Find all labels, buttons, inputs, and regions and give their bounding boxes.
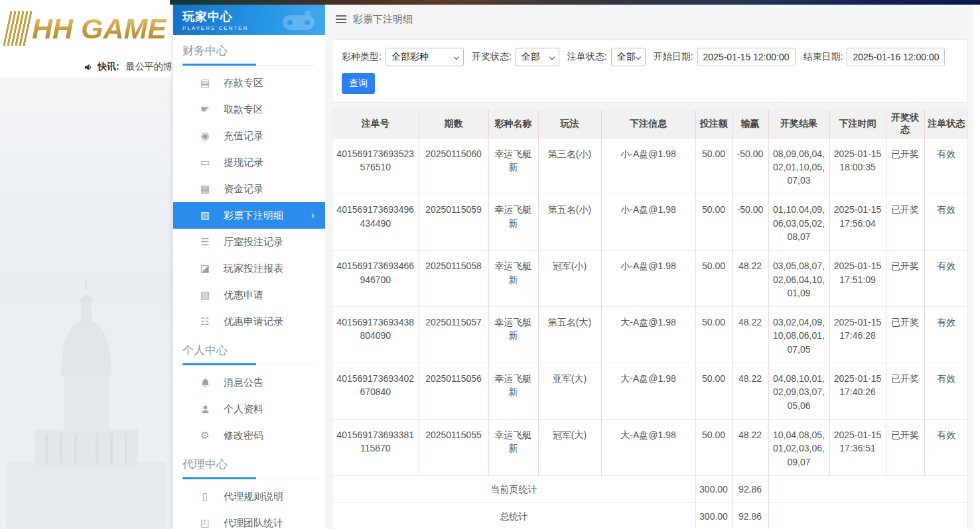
table-cell: 04,08,10,01,02,09,03,07,05,06 — [768, 363, 829, 420]
table-cell: 冠军(大) — [538, 419, 601, 475]
summary-row: 总统计300.0092.86 — [332, 503, 968, 529]
menu-toggle-icon[interactable] — [336, 15, 346, 23]
sidebar-item-funds[interactable]: ▦资金记录 — [173, 176, 325, 202]
table-cell: 已开奖 — [886, 419, 924, 475]
table-row: 40156917369346694670020250115058幸运飞艇新冠军(… — [332, 251, 968, 307]
draw-status-select[interactable]: 全部 — [516, 48, 559, 66]
table-cell: 401569173693402670840 — [332, 363, 419, 420]
table-cell: 第三名(小) — [538, 138, 601, 194]
sidebar-item-promolist[interactable]: ☷优惠申请记录 — [173, 308, 325, 335]
end-date-input[interactable] — [847, 48, 945, 66]
players-center-header: 玩家中心 PLAYERS CENTER — [173, 5, 325, 35]
lottery-type-select[interactable]: 全部彩种 — [385, 48, 464, 66]
table-cell: 20250115058 — [419, 251, 488, 307]
order-status-select[interactable]: 全部 — [611, 48, 646, 66]
table-cell: 幸运飞艇新 — [488, 419, 538, 475]
table-cell: 幸运飞艇新 — [488, 363, 538, 420]
table-cell: 03,05,08,07,02,06,04,10,01,09 — [768, 251, 829, 307]
sidebar-item-label: 存款专区 — [224, 77, 263, 89]
table-cell: 有效 — [924, 138, 968, 194]
recharge-icon: ◉ — [198, 130, 212, 142]
sidebar-item-withdrawal[interactable]: ▭提现记录 — [173, 149, 325, 176]
sidebar-item-lottery[interactable]: ▥彩票下注明细› — [173, 202, 325, 229]
table-row: 40156917369340267084020250115056幸运飞艇新亚军(… — [332, 363, 968, 420]
table-cell: 第五名(大) — [538, 307, 601, 363]
logo-text: HH GAME — [32, 13, 167, 45]
table-cell: 已开奖 — [886, 307, 924, 363]
table-cell: 有效 — [924, 419, 968, 475]
chevron-down-icon — [635, 54, 640, 60]
password-icon: ⚙ — [198, 430, 212, 441]
sidebar-item-label: 充值记录 — [224, 130, 263, 143]
notice-icon — [198, 378, 212, 388]
profile-icon — [198, 404, 212, 414]
sidebar-item-withdraw[interactable]: ☛取款专区 — [173, 96, 325, 123]
sidebar-item-deposit[interactable]: ▤存款专区 — [173, 70, 325, 96]
table-cell: 已开奖 — [886, 194, 924, 251]
sidebar-item-profile[interactable]: 个人资料 — [173, 396, 325, 422]
table-cell: 幸运飞艇新 — [488, 138, 538, 194]
order-status-label: 注单状态: — [567, 51, 607, 63]
table-cell: 20250115056 — [419, 363, 488, 420]
sidebar-item-label: 取款专区 — [224, 103, 263, 116]
section-underline — [182, 64, 316, 66]
table-cell: 48.22 — [732, 419, 768, 475]
bet-table-card: 注单号期数彩种名称玩法下注信息投注额输赢开奖结果下注时间开奖状态注单状态 401… — [332, 109, 968, 529]
report-icon: ◪ — [198, 263, 212, 274]
promo-icon: ▧ — [198, 289, 212, 301]
sidebar-section-title: 代理中心 — [173, 449, 325, 475]
sidebar-section-title: 财务中心 — [173, 35, 325, 61]
column-header: 玩法 — [538, 110, 601, 138]
section-underline — [182, 477, 316, 479]
table-cell: 幸运飞艇新 — [488, 194, 538, 251]
sidebar-item-password[interactable]: ⚙修改密码 — [173, 422, 325, 449]
filter-panel: 彩种类型: 全部彩种 开奖状态: 全部 注单状态: 全部 开始日期: 结束日期: — [332, 39, 968, 103]
table-cell: 01,10,04,09,06,03,05,02,08,07 — [768, 194, 829, 251]
lottery-type-label: 彩种类型: — [342, 51, 382, 63]
sidebar-item-agent-rules[interactable]: ▯代理规则说明 — [173, 483, 325, 510]
sidebar-item-report[interactable]: ◪玩家投注报表 — [173, 255, 325, 282]
ticker-text: 最公平的博 — [126, 61, 173, 73]
scrollbar-track[interactable] — [973, 5, 980, 529]
sidebar-item-label: 提现记录 — [224, 156, 263, 169]
table-row: 40156917369338111587020250115055幸运飞艇新冠军(… — [332, 419, 968, 475]
table-row: 40156917369349643449020250115059幸运飞艇新第五名… — [332, 194, 968, 251]
sidebar-item-notice[interactable]: 消息公告 — [173, 369, 325, 396]
table-cell: 401569173693381115870 — [332, 419, 419, 475]
table-cell: 03,02,04,09,10,08,06,01,07,05 — [768, 307, 829, 363]
brand-pane: HH GAME 快讯: 最公平的博 — [0, 0, 173, 529]
table-cell: 亚军(大) — [538, 363, 601, 420]
sidebar-item-label: 玩家投注报表 — [224, 263, 283, 275]
table-cell: 第五名(小) — [538, 194, 601, 251]
column-header: 下注时间 — [829, 110, 886, 138]
summary-bet-total: 300.00 — [695, 475, 732, 502]
table-row: 40156917369352357651020250115060幸运飞艇新第三名… — [332, 138, 968, 194]
table-cell: 有效 — [924, 307, 968, 363]
start-date-input[interactable] — [697, 48, 796, 66]
table-cell: 已开奖 — [886, 251, 924, 307]
table-cell: 08,09,06,04,02,01,10,05,07,03 — [768, 138, 829, 194]
sidebar-item-label: 厅室投注记录 — [224, 236, 283, 249]
sidebar-item-label: 资金记录 — [224, 183, 263, 196]
table-cell: 401569173693523576510 — [332, 138, 419, 194]
table-cell: 已开奖 — [886, 138, 924, 194]
ticker-label: 快讯: — [98, 61, 119, 73]
sidebar-item-promo[interactable]: ▧优惠申请 — [173, 282, 325, 308]
summary-label: 总统计 — [332, 503, 695, 529]
sidebar-item-recharge[interactable]: ◉充值记录 — [173, 123, 325, 149]
summary-label: 当前页统计 — [332, 475, 695, 502]
sidebar-nav: 财务中心▤存款专区☛取款专区◉充值记录▭提现记录▦资金记录▥彩票下注明细›☰厅室… — [173, 35, 325, 529]
table-cell: 小-A盘@1.98 — [601, 138, 695, 194]
chevron-down-icon — [549, 54, 555, 60]
sidebar-section-title: 个人中心 — [173, 335, 325, 361]
table-cell: 20250115059 — [419, 194, 488, 251]
topbar: 彩票下注明细 — [325, 5, 973, 34]
table-cell: 50.00 — [695, 419, 732, 475]
search-button[interactable]: 查询 — [342, 73, 375, 94]
sidebar-item-agent-stats[interactable]: ◰代理团队统计 — [173, 510, 325, 529]
table-cell: 2025-01-15 17:56:04 — [829, 194, 886, 251]
logo-stripes-icon — [3, 11, 33, 46]
logo: HH GAME — [0, 0, 173, 57]
table-cell: 401569173693496434490 — [332, 194, 419, 251]
sidebar-item-hall[interactable]: ☰厅室投注记录 — [173, 229, 325, 255]
